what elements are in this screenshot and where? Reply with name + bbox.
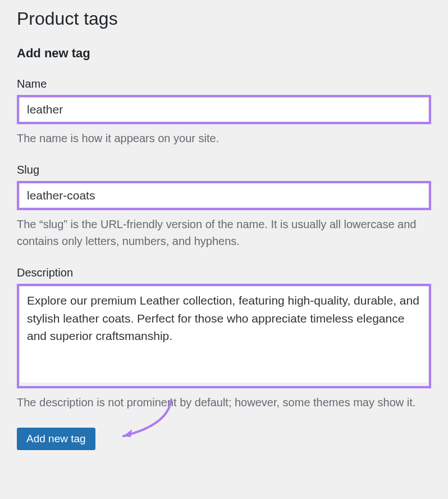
description-textarea[interactable]: Explore our premium Leather collection, … [20, 287, 428, 383]
name-help-text: The name is how it appears on your site. [17, 130, 431, 147]
page-title: Product tags [17, 8, 431, 29]
slug-highlight-box [17, 181, 431, 210]
submit-area: Add new tag [17, 428, 431, 450]
description-field-group: Description Explore our premium Leather … [17, 266, 431, 411]
name-label: Name [17, 78, 431, 90]
slug-input[interactable] [20, 184, 428, 207]
name-input[interactable] [20, 98, 428, 121]
slug-field-group: Slug The “slug” is the URL-friendly vers… [17, 164, 431, 250]
description-label: Description [17, 266, 431, 279]
slug-help-text: The “slug” is the URL-friendly version o… [17, 216, 431, 250]
section-title: Add new tag [17, 46, 431, 61]
name-highlight-box [17, 95, 431, 124]
description-highlight-box: Explore our premium Leather collection, … [17, 284, 431, 388]
slug-label: Slug [17, 164, 431, 176]
name-field-group: Name The name is how it appears on your … [17, 78, 431, 147]
add-new-tag-button[interactable]: Add new tag [17, 428, 95, 450]
description-help-text: The description is not prominent by defa… [17, 394, 431, 411]
